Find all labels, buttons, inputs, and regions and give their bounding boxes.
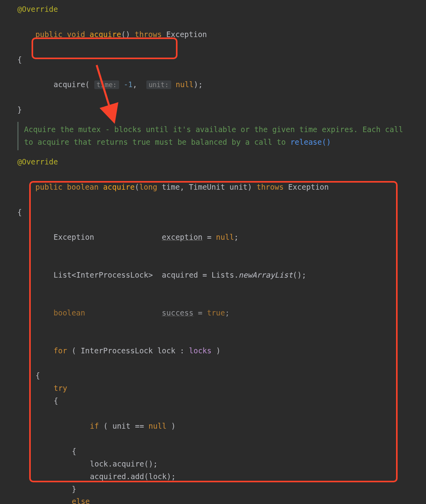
javadoc-link-release[interactable]: release() xyxy=(290,138,331,146)
var-acquired: acquired xyxy=(162,271,198,279)
decl-boolean-type: boolean xyxy=(54,308,85,317)
call-close: (); xyxy=(293,271,306,279)
method-newarraylist: newArrayList xyxy=(239,271,293,279)
op-eq: == xyxy=(131,422,149,430)
field-locks: locks xyxy=(189,346,211,355)
paren-close: ); xyxy=(194,80,203,89)
comma-2: , xyxy=(180,183,184,191)
call-acquire: acquire xyxy=(54,80,85,89)
annotation-override-2: @Override xyxy=(17,157,58,166)
literal-true: true xyxy=(207,308,225,317)
method-name-acquire: acquire xyxy=(90,30,121,39)
decl-list-type: List<InterProcessLock> xyxy=(54,271,153,279)
type-exception-2: Exception xyxy=(288,183,329,191)
type-timeunit: TimeUnit xyxy=(189,183,225,191)
eq-2: = xyxy=(198,271,211,279)
brace-open: { xyxy=(0,54,426,66)
brace-open-2: { xyxy=(0,206,426,219)
param-time: time xyxy=(162,183,180,191)
for-close: ) xyxy=(211,346,220,355)
brace-open-try: { xyxy=(0,395,426,407)
keyword-void: void xyxy=(67,30,85,39)
javadoc-text: Acquire the mutex - blocks until it's av… xyxy=(24,125,403,146)
eq-3: = xyxy=(193,308,207,317)
brace-close-if: } xyxy=(0,483,426,496)
literal-null-3: null xyxy=(149,422,167,430)
keyword-boolean: boolean xyxy=(67,183,99,191)
annotation-override: @Override xyxy=(17,5,58,13)
brace-close: } xyxy=(0,104,426,116)
eq: = xyxy=(202,233,216,241)
var-exception: exception xyxy=(162,233,202,241)
brace-open-if: { xyxy=(0,445,426,458)
dot: . xyxy=(234,271,238,279)
type-exception: Exception xyxy=(166,30,207,39)
paren-open: ( xyxy=(85,80,90,89)
keyword-if: if xyxy=(90,422,99,430)
method-name-acquire-2: acquire xyxy=(103,183,135,191)
literal-null-2: null xyxy=(216,233,234,241)
paren-close-2: ) xyxy=(248,183,252,191)
keyword-throws: throws xyxy=(135,30,162,39)
param-hint-time: time: xyxy=(94,80,119,89)
keyword-try: try xyxy=(54,384,67,392)
if-open: ( xyxy=(99,422,112,430)
if-close: ) xyxy=(166,422,176,430)
type-long: long xyxy=(139,183,157,191)
param-hint-unit: unit: xyxy=(146,80,171,89)
literal-null: null xyxy=(176,80,194,89)
var-unit: unit xyxy=(112,422,131,430)
for-open: ( xyxy=(67,346,80,355)
keyword-for: for xyxy=(54,346,67,355)
keyword-public-2: public xyxy=(36,183,63,191)
javadoc-block: Acquire the mutex - blocks until it's av… xyxy=(17,122,415,150)
comma: , xyxy=(133,80,137,89)
keyword-public: public xyxy=(36,30,63,39)
semicolon-2: ; xyxy=(225,308,229,317)
code-editor[interactable]: @Override public void acquire() throws E… xyxy=(0,0,426,504)
type-interprocesslock: InterProcessLock xyxy=(80,346,153,355)
param-unit: unit xyxy=(230,183,248,191)
keyword-else: else xyxy=(72,497,90,504)
var-success: success xyxy=(162,308,193,317)
decl-exception-type: Exception xyxy=(54,233,94,241)
semicolon: ; xyxy=(234,233,238,241)
stmt-acquired-add: acquired.add(lock); xyxy=(0,470,426,483)
for-colon: : xyxy=(176,346,189,355)
keyword-throws-2: throws xyxy=(256,183,284,191)
literal-minus-one: -1 xyxy=(123,80,133,89)
paren-open-2: ( xyxy=(135,183,139,191)
brace-open-for: { xyxy=(0,370,426,382)
stmt-lock-acquire: lock.acquire(); xyxy=(0,458,426,470)
class-lists: Lists xyxy=(211,271,234,279)
var-lock: lock xyxy=(157,346,176,355)
